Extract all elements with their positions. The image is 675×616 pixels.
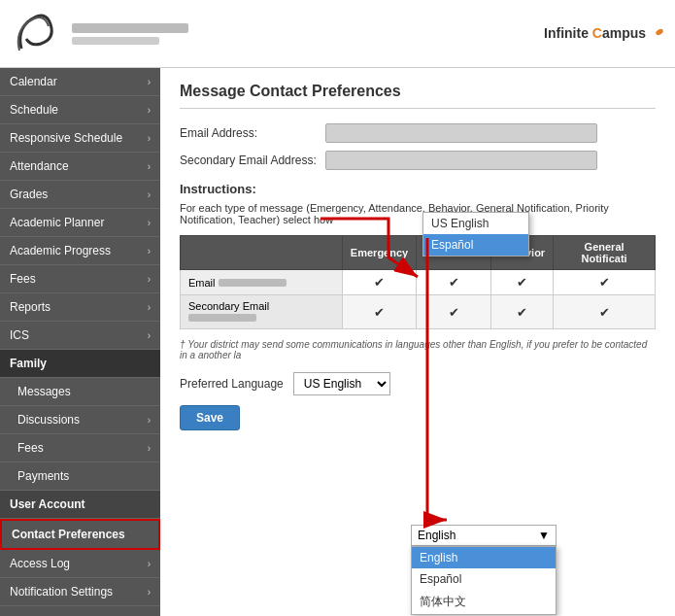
chevron-icon: › <box>148 77 151 87</box>
sidebar-item-discussions[interactable]: Discussions › <box>0 406 160 434</box>
cell-secemail-general[interactable]: ✔ <box>554 295 656 329</box>
sidebar-item-label: Messages <box>17 385 71 398</box>
main-content: Message Contact Preferences Email Addres… <box>160 68 675 616</box>
bottom-lang-current: English <box>418 529 456 542</box>
secondary-email-row: Secondary Email Address: <box>180 151 656 170</box>
dropdown-item-us-english[interactable]: US English <box>423 213 528 234</box>
dropdown-item-chinese[interactable]: 简体中文 <box>412 590 556 614</box>
sidebar-item-academic-planner[interactable]: Academic Planner › <box>0 209 160 237</box>
sidebar-item-label: Academic Progress <box>10 244 111 257</box>
check-icon: ✔ <box>449 305 459 320</box>
instructions-text: For each type of message (Emergency, Att… <box>180 202 656 225</box>
svg-point-0 <box>655 28 663 36</box>
email-row: Email Address: <box>180 123 656 143</box>
layout: Calendar › Schedule › Responsive Schedul… <box>0 68 675 616</box>
dropdown-item-espanol-bottom[interactable]: Español <box>412 568 556 590</box>
row-label-text: Email <box>188 277 216 289</box>
check-icon: ✔ <box>374 275 385 290</box>
sidebar-item-label: Discussions <box>17 413 80 427</box>
chevron-icon: › <box>148 105 151 116</box>
cell-secemail-attendance[interactable]: ✔ <box>417 295 491 329</box>
chevron-icon: › <box>148 218 151 228</box>
sidebar-item-grades[interactable]: Grades › <box>0 181 160 209</box>
check-icon: ✔ <box>517 275 527 290</box>
cell-secemail-emergency[interactable]: ✔ <box>342 295 416 329</box>
sidebar-item-responsive-schedule[interactable]: Responsive Schedule › <box>0 124 160 153</box>
check-icon: ✔ <box>599 305 610 320</box>
sidebar: Calendar › Schedule › Responsive Schedul… <box>0 68 160 616</box>
logo-swirl-icon <box>12 10 60 58</box>
sidebar-item-label: Fees <box>10 272 36 286</box>
infinite-campus-logo: Infinite Campus <box>544 25 663 42</box>
col-header-empty <box>181 236 343 270</box>
sidebar-item-label: Grades <box>10 188 48 201</box>
sidebar-item-attendance[interactable]: Attendance › <box>0 153 160 181</box>
sidebar-item-payments[interactable]: Payments <box>0 462 160 491</box>
sidebar-item-ics[interactable]: ICS › <box>0 322 160 350</box>
user-sub-bar <box>72 37 159 45</box>
sidebar-item-label: Access Log <box>10 557 70 570</box>
secondary-email-label: Secondary Email Address: <box>180 154 325 167</box>
dropdown-item-english[interactable]: English <box>412 547 556 568</box>
sidebar-item-label: Fees <box>17 441 44 455</box>
language-select[interactable]: US English Español <box>293 372 390 395</box>
check-icon: ✔ <box>374 305 385 320</box>
chevron-icon: › <box>148 274 151 285</box>
email-input[interactable] <box>325 123 597 143</box>
sidebar-item-contact-preferences[interactable]: Contact Preferences <box>0 519 160 550</box>
header: Infinite Campus <box>0 0 675 68</box>
check-icon: ✔ <box>599 275 610 290</box>
sidebar-item-calendar[interactable]: Calendar › <box>0 68 160 96</box>
cell-email-attendance[interactable]: ✔ <box>417 270 491 295</box>
save-button[interactable]: Save <box>180 405 240 430</box>
chevron-icon: › <box>148 415 151 426</box>
sidebar-item-label: User Account <box>10 497 85 511</box>
sidebar-item-fees-top[interactable]: Fees › <box>0 265 160 293</box>
sidebar-item-fees-family[interactable]: Fees › <box>0 434 160 462</box>
campus-text: C <box>592 25 602 41</box>
chevron-icon: › <box>148 302 151 313</box>
check-icon: ✔ <box>517 305 527 320</box>
chevron-icon: › <box>148 443 151 454</box>
lang-dropdown-top: US English Español <box>422 212 529 257</box>
chevron-icon: › <box>148 330 151 341</box>
cell-email-general[interactable]: ✔ <box>554 270 656 295</box>
row-label-text: Secondary Email <box>188 300 269 312</box>
user-name-bar <box>72 23 188 33</box>
sidebar-item-label: Contact Preferences <box>12 528 125 541</box>
dropdown-item-espanol-top[interactable]: Español <box>423 234 528 256</box>
language-row: Preferred Language US English Español <box>180 372 656 395</box>
sidebar-item-academic-progress[interactable]: Academic Progress › <box>0 237 160 265</box>
lang-dropdown-bottom: English Español 简体中文 <box>411 546 557 615</box>
check-icon: ✔ <box>449 275 459 290</box>
sidebar-item-schedule[interactable]: Schedule › <box>0 96 160 124</box>
chevron-icon: › <box>148 133 151 144</box>
email-label: Email Address: <box>180 126 325 140</box>
sidebar-item-label: Calendar <box>10 75 57 88</box>
email-bar-2 <box>188 314 256 322</box>
page-title: Message Contact Preferences <box>180 83 656 109</box>
sidebar-item-label: Responsive Schedule <box>10 131 122 145</box>
chevron-icon: › <box>148 189 151 200</box>
sidebar-item-access-log[interactable]: Access Log › <box>0 550 160 578</box>
sidebar-item-notification-settings[interactable]: Notification Settings › <box>0 578 160 606</box>
sidebar-item-label: Schedule <box>10 103 58 117</box>
preferences-table: Emergency Attendance Behavior General No… <box>180 235 656 329</box>
chevron-icon: › <box>148 161 151 172</box>
cell-email-emergency[interactable]: ✔ <box>342 270 416 295</box>
sidebar-item-label: Payments <box>17 469 69 483</box>
sidebar-item-user-account[interactable]: User Account <box>0 491 160 519</box>
bottom-lang-select[interactable]: English ▼ <box>411 525 557 546</box>
sidebar-item-label: ICS <box>10 328 29 342</box>
sidebar-item-messages[interactable]: Messages <box>0 378 160 406</box>
sidebar-item-reports[interactable]: Reports › <box>0 293 160 322</box>
instructions-label: Instructions: <box>180 182 656 196</box>
col-header-emergency: Emergency <box>342 236 416 270</box>
cell-email-behavior[interactable]: ✔ <box>491 270 554 295</box>
footnote-text: † Your district may send some communicat… <box>180 339 656 360</box>
sidebar-item-label: Academic Planner <box>10 216 104 229</box>
cell-secemail-behavior[interactable]: ✔ <box>491 295 554 329</box>
sidebar-item-family[interactable]: Family <box>0 350 160 378</box>
secondary-email-input[interactable] <box>325 151 597 170</box>
col-header-general: General Notificati <box>554 236 656 270</box>
